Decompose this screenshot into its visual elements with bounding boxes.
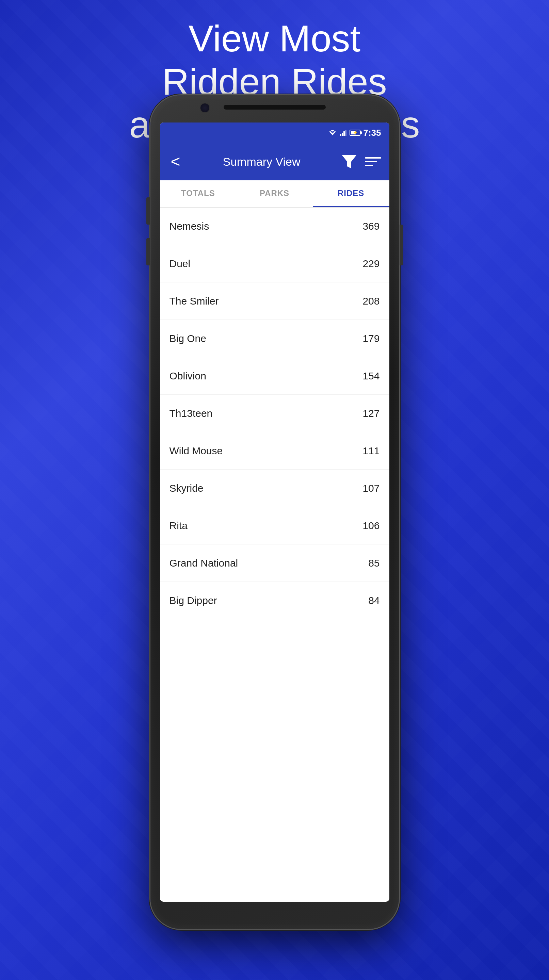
phone-screen: ⚡ 7:35 < Summary View TOTALS PARKS R [160, 123, 389, 902]
ride-count: 179 [363, 333, 379, 344]
svg-marker-4 [342, 155, 357, 169]
tabs-bar: TOTALS PARKS RIDES [160, 180, 389, 208]
phone-device: ⚡ 7:35 < Summary View TOTALS PARKS R [150, 95, 399, 929]
status-icons: ⚡ 7:35 [328, 127, 381, 138]
sort-icon[interactable] [365, 155, 381, 169]
ride-item[interactable]: Rita106 [160, 507, 389, 544]
ride-name: Rita [170, 520, 188, 531]
svg-rect-0 [340, 134, 341, 136]
tab-totals[interactable]: TOTALS [160, 180, 237, 207]
ride-name: Big One [170, 333, 206, 344]
ride-count: 229 [363, 258, 379, 269]
tab-parks[interactable]: PARKS [236, 180, 313, 207]
speaker [224, 105, 326, 110]
sort-line-3 [365, 165, 373, 166]
tab-rides[interactable]: RIDES [313, 180, 389, 207]
ride-count: 107 [363, 482, 379, 494]
volume-down-button[interactable] [146, 238, 150, 266]
wifi-icon [328, 129, 337, 136]
headline-line1: View Most [27, 17, 522, 60]
ride-name: Oblivion [170, 370, 206, 382]
ride-count: 106 [363, 520, 379, 531]
ride-name: Grand National [170, 557, 238, 569]
ride-name: Duel [170, 258, 191, 269]
ride-name: Th13teen [170, 408, 213, 419]
app-title: Summary View [190, 155, 334, 169]
ride-count: 208 [363, 295, 379, 307]
ride-item[interactable]: Oblivion154 [160, 357, 389, 395]
ride-item[interactable]: Grand National85 [160, 544, 389, 582]
status-bar: ⚡ 7:35 [160, 123, 389, 143]
svg-rect-2 [344, 131, 345, 136]
volume-up-button[interactable] [146, 197, 150, 224]
ride-count: 84 [368, 595, 379, 606]
ride-count: 369 [363, 221, 379, 232]
power-button[interactable] [399, 224, 403, 266]
signal-icon [340, 129, 347, 136]
status-time: 7:35 [363, 127, 381, 138]
sort-line-2 [365, 161, 377, 162]
ride-count: 127 [363, 408, 379, 419]
ride-name: The Smiler [170, 295, 219, 307]
svg-rect-3 [345, 130, 347, 136]
ride-item[interactable]: Duel229 [160, 245, 389, 282]
ride-count: 111 [363, 445, 379, 457]
front-camera [200, 103, 210, 113]
ride-name: Nemesis [170, 221, 209, 232]
ride-count: 154 [363, 370, 379, 382]
sort-line-1 [365, 157, 381, 159]
ride-item[interactable]: Big Dipper84 [160, 582, 389, 619]
ride-item[interactable]: Th13teen127 [160, 395, 389, 432]
rides-list: Nemesis369Duel229The Smiler208Big One179… [160, 208, 389, 619]
ride-name: Big Dipper [170, 595, 217, 606]
filter-icon[interactable] [341, 153, 358, 170]
ride-name: Wild Mouse [170, 445, 223, 457]
app-bar: < Summary View [160, 143, 389, 180]
ride-item[interactable]: Wild Mouse111 [160, 432, 389, 469]
svg-rect-1 [342, 133, 343, 136]
ride-count: 85 [368, 557, 379, 569]
ride-item[interactable]: The Smiler208 [160, 282, 389, 320]
back-button[interactable]: < [168, 151, 183, 172]
ride-item[interactable]: Big One179 [160, 320, 389, 357]
ride-item[interactable]: Nemesis369 [160, 208, 389, 245]
battery-icon: ⚡ [350, 130, 360, 136]
ride-name: Skyride [170, 482, 204, 494]
ride-item[interactable]: Skyride107 [160, 469, 389, 507]
